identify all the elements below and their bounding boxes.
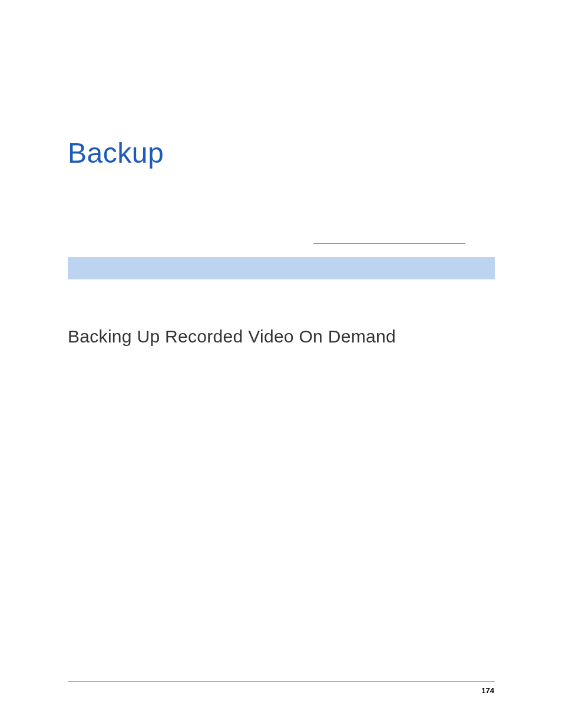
section-title: Backing Up Recorded Video On Demand (68, 327, 396, 347)
page-number: 174 (481, 686, 494, 695)
highlight-bar (68, 257, 495, 279)
document-page: Backup Backing Up Recorded Video On Dema… (0, 0, 562, 728)
chapter-title: Backup (68, 137, 164, 169)
link-underline (313, 243, 465, 244)
footer-divider (68, 681, 495, 681)
